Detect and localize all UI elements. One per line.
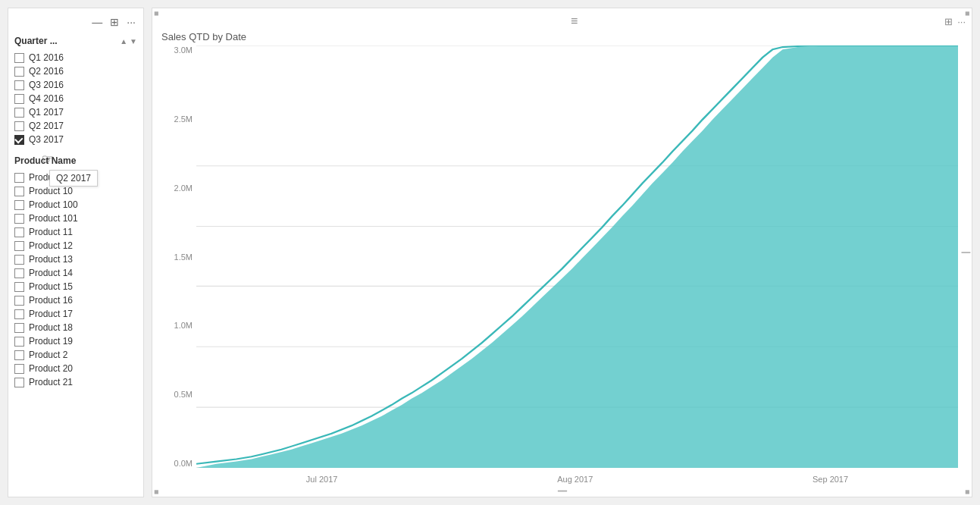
product-filter-item[interactable]: Product 17 [14,307,137,321]
quarter-filter-item[interactable]: Q2 2017 [14,119,137,133]
product-filter-section: Product Name Product 1Product 10Product … [14,155,137,389]
quarter-checkbox[interactable] [14,108,24,118]
quarter-filter-title: Quarter ... [14,36,58,46]
product-checkbox[interactable] [14,241,24,251]
panel-toolbar: — ⊞ ··· [14,14,137,30]
product-filter-item[interactable]: Product 13 [14,252,137,266]
x-axis-label: Aug 2017 [557,475,593,484]
product-label: Product 10 [29,186,73,196]
chart-panel: ◼ ◼ ◼ ◼ ≡ ⊞ ··· Sales QTD by Date 0.0M0.… [152,8,972,497]
product-filter-header: Product Name [14,155,137,166]
quarter-sort-icons: ▲ ▼ [120,37,137,45]
chart-title: Sales QTD by Date [158,31,966,42]
quarter-checkbox[interactable] [14,94,24,104]
product-label: Product 20 [29,363,73,374]
chart-toolbar: ≡ ⊞ ··· [158,14,966,28]
product-label: Product 15 [29,281,73,292]
product-checkbox[interactable] [14,187,24,196]
quarter-filter-header: Quarter ... ▲ ▼ [14,36,137,46]
chart-more-icon[interactable]: ··· [957,16,966,27]
product-label: Product 12 [29,240,73,251]
quarter-checkbox[interactable] [14,121,24,131]
sort-desc-icon[interactable]: ▼ [130,37,137,45]
product-checkbox[interactable] [14,378,24,387]
product-checkbox[interactable] [14,255,24,265]
product-filter-title: Product Name [14,155,76,166]
product-label: Product 17 [29,309,73,319]
product-filter-item[interactable]: Product 18 [14,321,137,334]
product-label: Product 13 [29,254,73,265]
product-filter-item[interactable]: Product 11 [14,225,137,239]
chart-inner [196,45,958,468]
product-filter-item[interactable]: Product 16 [14,293,137,307]
quarter-filter-item[interactable]: Q3 2016 [14,78,137,92]
quarter-filter-item[interactable]: Q2 2016 [14,64,137,78]
quarter-label: Q2 2016 [29,66,64,77]
y-axis: 0.0M0.5M1.0M1.5M2.0M2.5M3.0M [158,45,196,468]
corner-handle-tr[interactable]: ◼ [965,10,970,17]
product-filter-item[interactable]: Product 2 [14,348,137,362]
chart-expand-icon[interactable]: ⊞ [944,16,953,27]
y-axis-label: 0.5M [158,390,193,399]
y-axis-label: 2.5M [158,114,193,124]
product-label: Product 100 [29,199,78,210]
product-label: Product 16 [29,295,73,306]
quarter-filter-section: Quarter ... ▲ ▼ Q1 2016Q2 2016Q3 2016Q4 … [14,36,137,146]
left-panel: — ⊞ ··· Quarter ... ▲ ▼ Q1 2016Q2 2016Q3… [8,8,144,497]
product-checkbox[interactable] [14,337,24,347]
product-filter-item[interactable]: Product 14 [14,266,137,280]
quarter-label: Q2 2017 [29,121,64,131]
corner-handle-br[interactable]: ◼ [965,488,970,495]
quarter-checkbox[interactable] [14,135,24,145]
more-icon[interactable]: ··· [125,14,137,30]
quarter-label: Q3 2016 [29,80,64,90]
product-checkbox[interactable] [14,323,24,333]
main-container: — ⊞ ··· Quarter ... ▲ ▼ Q1 2016Q2 2016Q3… [0,0,980,505]
quarter-label: Q1 2016 [29,52,64,63]
product-checkbox[interactable] [14,282,24,292]
quarter-label: Q3 2017 [29,134,64,145]
chart-toolbar-center: ≡ [571,14,578,28]
resize-handle-bottom[interactable]: ━━ [558,487,567,495]
product-filter-item[interactable]: Product 100 [14,198,137,212]
product-checkbox[interactable] [14,200,24,210]
svg-marker-7 [196,45,958,468]
product-label: Product 19 [29,336,73,347]
chart-menu-icon[interactable]: ≡ [571,14,578,28]
product-filter-item[interactable]: Product 19 [14,334,137,348]
sort-asc-icon[interactable]: ▲ [120,37,127,45]
product-checkbox[interactable] [14,309,24,319]
y-axis-label: 2.0M [158,183,193,193]
quarter-checkbox[interactable] [14,53,24,63]
product-label: Product 101 [29,213,78,224]
product-checkbox[interactable] [14,227,24,237]
quarter-filter-item[interactable]: Q3 2017 [14,133,137,146]
corner-handle-tl[interactable]: ◼ [154,10,159,17]
quarter-checkbox[interactable] [14,67,24,77]
resize-handle-right[interactable]: ┃ [962,250,970,255]
y-axis-label: 0.0M [158,459,193,468]
x-axis-label: Sep 2017 [812,475,848,484]
product-filter-item[interactable]: Product 15 [14,280,137,293]
product-filter-item[interactable]: Product 12 [14,239,137,252]
minimize-icon[interactable]: — [90,14,104,30]
product-label: Product 2 [29,350,67,360]
product-checkbox[interactable] [14,296,24,306]
product-label: Product 14 [29,268,73,278]
product-label: Product 21 [29,377,73,387]
y-axis-label: 1.5M [158,252,193,262]
product-checkbox[interactable] [14,364,24,374]
product-filter-item[interactable]: Product 21 [14,375,137,389]
quarter-filter-item[interactable]: Q4 2016 [14,92,137,105]
product-filter-item[interactable]: Product 101 [14,212,137,225]
chart-svg [196,45,958,468]
product-checkbox[interactable] [14,214,24,224]
quarter-checkbox[interactable] [14,80,24,90]
expand-icon[interactable]: ⊞ [108,14,121,30]
product-filter-item[interactable]: Product 20 [14,362,137,375]
product-checkbox[interactable] [14,173,24,183]
quarter-filter-item[interactable]: Q1 2017 [14,105,137,119]
product-checkbox[interactable] [14,350,24,360]
quarter-filter-item[interactable]: Q1 2016 [14,51,137,64]
product-checkbox[interactable] [14,268,24,278]
